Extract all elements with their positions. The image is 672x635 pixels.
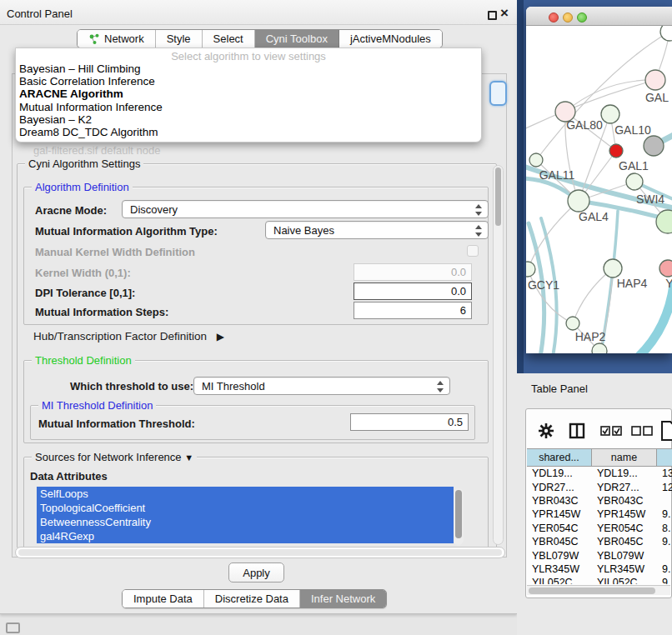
tab-select[interactable]: Select bbox=[203, 30, 255, 48]
settings-scrollbar-thumb[interactable] bbox=[495, 168, 501, 226]
zoom-traffic-light[interactable] bbox=[577, 12, 587, 22]
network-node[interactable] bbox=[566, 317, 579, 330]
mi-type-value: Naive Bayes bbox=[273, 224, 334, 237]
algorithm-option[interactable]: Dream8 DC_TDC Algorithm bbox=[16, 126, 481, 138]
network-node[interactable] bbox=[656, 210, 672, 233]
table-row[interactable]: YLR345WYLR345W9. bbox=[527, 562, 672, 576]
table-row[interactable]: YDR27...YDR27...12 bbox=[527, 480, 672, 493]
panel-title: Control Panel bbox=[7, 8, 73, 20]
algorithm-dropdown-popup: Select algorithm to view settings Bayesi… bbox=[15, 48, 482, 142]
table-row[interactable]: YPR145WYPR145W9. bbox=[527, 508, 672, 521]
algorithm-option[interactable]: Bayesian – Hill Climbing bbox=[16, 62, 481, 75]
table-horizontal-scrollbar[interactable] bbox=[527, 585, 670, 595]
network-node[interactable] bbox=[660, 26, 672, 41]
algorithm-option[interactable]: Basic Correlation Inference bbox=[16, 75, 481, 88]
tab-jactivemnodules[interactable]: jActiveMNodules bbox=[339, 30, 442, 48]
tab-style[interactable]: Style bbox=[156, 30, 203, 48]
apply-button[interactable]: Apply bbox=[228, 562, 284, 582]
table-cell: YBR045C bbox=[527, 535, 592, 548]
algorithm-dropdown-hint: Select algorithm to view settings bbox=[16, 48, 481, 62]
network-node[interactable] bbox=[592, 343, 607, 353]
table-row[interactable]: YIL052CYIL052C9. bbox=[527, 576, 672, 584]
settings-horizontal-scrollbar[interactable] bbox=[15, 547, 505, 558]
network-node[interactable] bbox=[659, 260, 672, 277]
table-cell: YBL079W bbox=[592, 548, 657, 562]
attributes-scrollbar[interactable] bbox=[454, 488, 464, 545]
tab-infer-network[interactable]: Infer Network bbox=[300, 590, 386, 608]
tab-label: Cyni Toolbox bbox=[266, 32, 328, 45]
columns-icon[interactable] bbox=[569, 422, 585, 439]
network-canvas[interactable]: GALGAL80GAL10GAL1GAL11SWI4GAL4GCY1HAP4YH… bbox=[526, 26, 672, 353]
node-label: GAL80 bbox=[566, 118, 603, 132]
network-node[interactable] bbox=[644, 136, 664, 156]
dpi-tolerance-label: DPI Tolerance [0,1]: bbox=[35, 287, 135, 299]
data-attribute-item[interactable]: gal4RGexp bbox=[37, 529, 454, 543]
cyni-mode-tabbar: Impute DataDiscretize DataInfer Network bbox=[122, 589, 387, 608]
inference-algorithm-combo-fragment[interactable] bbox=[489, 81, 507, 106]
algorithm-option[interactable]: ARACNE Algorithm bbox=[16, 88, 481, 100]
attributes-scrollbar-thumb[interactable] bbox=[455, 490, 462, 538]
sources-title[interactable]: Sources for Network Inference ▼ bbox=[32, 451, 197, 463]
tab-network[interactable]: Network bbox=[78, 30, 156, 48]
dock-panel-icon[interactable] bbox=[6, 622, 20, 633]
manual-kernel-label: Manual Kernel Width Definition bbox=[35, 246, 195, 258]
close-traffic-light[interactable] bbox=[549, 12, 559, 22]
minimize-traffic-light[interactable] bbox=[563, 12, 573, 22]
column-header[interactable]: shared... bbox=[527, 448, 592, 467]
node-label: Y bbox=[665, 277, 672, 290]
table-row[interactable]: YBR043CYBR043C bbox=[527, 494, 672, 508]
manual-kernel-checkbox[interactable] bbox=[467, 245, 479, 257]
file-icon[interactable] bbox=[661, 421, 672, 441]
float-panel-icon[interactable] bbox=[488, 11, 497, 20]
aracne-mode-combo[interactable]: Discovery bbox=[122, 200, 489, 218]
table-horizontal-scrollbar-thumb[interactable] bbox=[529, 588, 655, 594]
algorithm-option[interactable]: Bayesian – K2 bbox=[16, 113, 481, 126]
tab-discretize-data[interactable]: Discretize Data bbox=[204, 590, 300, 608]
gear-icon[interactable] bbox=[538, 422, 554, 439]
hub-section-toggle[interactable]: Hub/Transcription Factor Definition ▶ bbox=[33, 330, 224, 342]
data-attribute-item[interactable]: BetweennessCentrality bbox=[37, 515, 454, 529]
table-row[interactable]: YER054CYER054C8. bbox=[527, 522, 672, 535]
column-header[interactable]: name bbox=[592, 448, 657, 467]
table-cell: YLR345W bbox=[592, 562, 657, 576]
network-node[interactable] bbox=[568, 190, 589, 212]
kernel-width-field[interactable]: 0.0 bbox=[354, 263, 472, 281]
table-row[interactable]: YDL19...YDL19...13 bbox=[527, 467, 672, 480]
dpi-tolerance-field[interactable]: 0.0 bbox=[354, 282, 472, 300]
table-row[interactable]: YBR045CYBR045C9. bbox=[527, 535, 672, 548]
deselect-checkboxes-icon[interactable] bbox=[631, 426, 653, 437]
which-threshold-combo[interactable]: MI Threshold bbox=[193, 377, 450, 395]
data-attribute-item[interactable]: SelfLoops bbox=[37, 487, 454, 501]
mi-type-combo[interactable]: Naive Bayes bbox=[265, 221, 489, 239]
data-attribute-item[interactable]: TopologicalCoefficient bbox=[37, 501, 454, 515]
close-icon[interactable]: × bbox=[500, 5, 509, 22]
table-cell: 9. bbox=[657, 576, 672, 584]
network-node[interactable] bbox=[526, 262, 535, 277]
table-cell: YPR145W bbox=[527, 508, 592, 521]
algorithm-option[interactable]: Mutual Information Inference bbox=[16, 101, 481, 113]
tab-impute-data[interactable]: Impute Data bbox=[123, 590, 204, 608]
network-node[interactable] bbox=[609, 144, 623, 158]
network-node[interactable] bbox=[626, 173, 643, 190]
mi-steps-field[interactable]: 6 bbox=[354, 302, 472, 319]
data-attributes-list[interactable]: SelfLoopsTopologicalCoefficientBetweenne… bbox=[37, 487, 454, 545]
column-header[interactable]: A bbox=[657, 448, 672, 467]
network-node[interactable] bbox=[529, 153, 543, 167]
chevron-down-icon: ▼ bbox=[184, 452, 193, 462]
tab-cyni-toolbox[interactable]: Cyni Toolbox bbox=[255, 30, 339, 48]
table-cell: YBR043C bbox=[592, 494, 657, 508]
table-cell: 12 bbox=[657, 480, 672, 493]
table-cell: 13 bbox=[657, 467, 672, 480]
algorithm-options-list: Bayesian – Hill ClimbingBasic Correlatio… bbox=[16, 62, 481, 138]
settings-horizontal-scrollbar-thumb[interactable] bbox=[18, 549, 502, 556]
network-window-titlebar[interactable] bbox=[526, 7, 672, 26]
network-node[interactable] bbox=[601, 105, 619, 123]
table-cell: YER054C bbox=[592, 522, 657, 535]
mi-threshold-field[interactable]: 0.5 bbox=[350, 413, 469, 431]
table-row[interactable]: YBL079WYBL079W bbox=[527, 548, 672, 562]
network-node[interactable] bbox=[604, 259, 622, 278]
settings-scrollbar[interactable] bbox=[493, 165, 504, 545]
select-all-checkboxes-icon[interactable] bbox=[600, 426, 622, 437]
desktop-edge-shadow bbox=[517, 0, 524, 373]
network-node[interactable] bbox=[645, 70, 665, 90]
